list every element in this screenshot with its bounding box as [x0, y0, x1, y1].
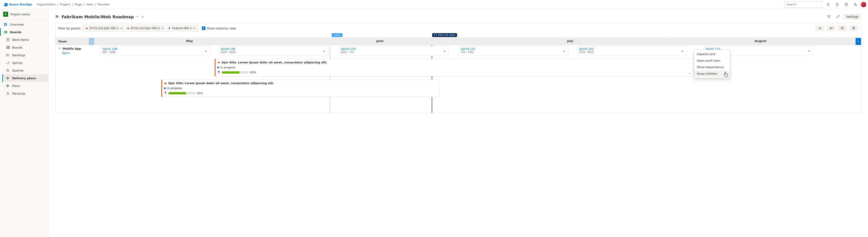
- sprint-header[interactable]: Sprint 1485/2 - 5/20＋: [100, 46, 210, 56]
- context-menu-item[interactable]: Expand card: [694, 51, 730, 57]
- breadcrumb-item[interactable]: Project: [60, 3, 70, 6]
- settings-button[interactable]: Settings: [843, 14, 861, 20]
- global-search[interactable]: [784, 1, 823, 8]
- context-menu-item[interactable]: Show dependency: [694, 64, 730, 70]
- sidebar-item-sprints[interactable]: Sprints: [2, 59, 48, 67]
- team-backlog-link[interactable]: Epics: [62, 51, 86, 55]
- fullscreen-icon[interactable]: [834, 13, 842, 20]
- month-header: July: [475, 38, 665, 45]
- fields-button[interactable]: [827, 25, 836, 31]
- context-menu-item[interactable]: Open work item: [694, 57, 730, 64]
- queries-icon: [6, 68, 10, 72]
- list-view-icon[interactable]: [825, 1, 832, 8]
- add-item-button[interactable]: ＋: [322, 48, 327, 54]
- svg-line-51: [854, 29, 855, 29]
- page-title: Fabrikam Mobile/Web Roadmap: [61, 14, 134, 19]
- epic-card[interactable]: Epic title: Lorem ipsum dolor sit amet, …: [161, 79, 439, 97]
- progress-bar: [222, 71, 249, 74]
- sidebar-item-plans[interactable]: Plans: [2, 82, 48, 90]
- svg-rect-36: [7, 87, 8, 87]
- sprint-name[interactable]: Sprint 152: [579, 47, 684, 50]
- zoom-in-button[interactable]: [849, 25, 858, 31]
- remove-tag-icon[interactable]: ✕: [193, 27, 195, 30]
- filter-label: Filter by parent: [58, 27, 81, 30]
- collapse-team-icon[interactable]: [58, 47, 61, 50]
- hierarchy-toggle[interactable]: Show hiearchy view: [202, 26, 236, 30]
- scroll-left-button[interactable]: [89, 38, 94, 45]
- boards-icon: [4, 30, 8, 34]
- sidebar-item-queries[interactable]: Queries: [2, 67, 48, 74]
- shopping-bag-icon[interactable]: [834, 1, 841, 8]
- add-item-button[interactable]: ＋: [562, 48, 567, 54]
- remove-tag-icon[interactable]: ✕: [120, 27, 123, 30]
- brand-logo[interactable]: Azure DevOps: [2, 2, 34, 6]
- progress-bar: [168, 92, 195, 94]
- scroll-right-button[interactable]: [856, 38, 861, 45]
- sidebar-item-boards[interactable]: Boards: [0, 28, 48, 36]
- add-item-button[interactable]: ＋: [204, 48, 209, 54]
- svg-point-7: [855, 3, 856, 4]
- milestone-marker: FY 2023 Q1 Start: [432, 33, 457, 37]
- svg-rect-38: [56, 15, 58, 16]
- svg-rect-40: [56, 17, 57, 18]
- filter-tag[interactable]: [FY22 Q1] Epic title 2✕: [125, 26, 166, 30]
- breadcrumb-item[interactable]: Organization: [37, 3, 56, 6]
- search-input[interactable]: [786, 2, 825, 6]
- months-row: MayJuneJulyAugust: [94, 38, 856, 45]
- zoom-out-button[interactable]: [838, 25, 847, 31]
- azure-devops-icon: [4, 2, 8, 6]
- add-item-button[interactable]: ＋: [442, 48, 447, 54]
- sidebar-item-overview[interactable]: Overview: [0, 21, 48, 28]
- team-name: Mobile App: [63, 47, 81, 50]
- sidebar-item-personas[interactable]: Personas: [2, 90, 48, 97]
- user-avatar[interactable]: [861, 2, 866, 7]
- sprint-header[interactable]: Sprint 1495/23 - 6/10＋: [219, 46, 328, 56]
- epic-card[interactable]: Epic title: Lorem ipsum dolor sit amet, …: [215, 59, 693, 76]
- filter-tag[interactable]: Feature title 3✕: [166, 26, 197, 30]
- sprint-dates: 6/13 - 7/1: [341, 50, 447, 54]
- sidebar-item-backlogs[interactable]: Backlogs: [2, 51, 48, 59]
- main-content: Fabrikam Mobile/Web Roadmap ☆ Settings F…: [49, 9, 868, 237]
- remove-tag-icon[interactable]: ✕: [161, 27, 164, 30]
- page-header: Fabrikam Mobile/Web Roadmap ☆ Settings: [49, 9, 868, 23]
- sidebar-item-delivery-plans[interactable]: Delivery plans: [2, 74, 48, 82]
- progress-percent: 65%: [197, 92, 203, 95]
- sprint-name[interactable]: Sprint 149: [221, 47, 326, 50]
- add-item-button[interactable]: ＋: [807, 48, 811, 54]
- sprint-name[interactable]: Sprint 151: [461, 47, 566, 50]
- add-item-button[interactable]: ＋: [680, 48, 685, 54]
- sprint-dates: 7/25 - 8/12: [579, 50, 684, 54]
- favorite-toggle[interactable]: ☆: [141, 15, 144, 19]
- sprint-header[interactable]: Sprint 1506/13 - 7/1＋: [339, 46, 449, 56]
- svg-rect-12: [4, 25, 5, 26]
- timeline-header: Team MayJuneJulyAugust: [55, 38, 861, 45]
- sprint-header[interactable]: Sprint 1517/4 - 7/22＋: [459, 46, 568, 56]
- filter-icon[interactable]: [825, 13, 833, 20]
- parent-filter-input[interactable]: [FY22 Q1] Epic title 1✕[FY22 Q1] Epic ti…: [83, 25, 198, 31]
- title-dropdown[interactable]: [136, 15, 139, 19]
- filter-tag[interactable]: [FY22 Q1] Epic title 1✕: [84, 26, 124, 30]
- svg-rect-32: [7, 78, 9, 78]
- sidebar-item-label: Boards: [10, 31, 22, 34]
- user-settings-icon[interactable]: [852, 1, 859, 8]
- breadcrumb-item[interactable]: Number: [98, 3, 110, 6]
- svg-line-30: [8, 71, 9, 71]
- month-header: June: [285, 38, 475, 45]
- card-more-button[interactable]: ⋯: [688, 72, 692, 75]
- sidebar-item-boards-sub[interactable]: Boards: [2, 43, 48, 51]
- sprint-header[interactable]: Sprint 1527/25 - 8/12＋: [577, 46, 686, 56]
- sprint-name[interactable]: Sprint 150: [341, 47, 447, 50]
- help-icon[interactable]: [843, 1, 850, 8]
- crown-icon: [164, 81, 167, 85]
- breadcrumb-item[interactable]: Page: [75, 3, 82, 6]
- breadcrumb-item[interactable]: Item: [87, 3, 93, 6]
- dependencies-button[interactable]: [815, 25, 825, 31]
- sprint-name[interactable]: Sprint 148: [102, 47, 208, 50]
- sidebar-item-work-items[interactable]: Work items: [2, 36, 48, 43]
- project-switcher[interactable]: C Project name: [0, 9, 48, 20]
- plan-body: Mobile App Epics Sprint 1485/2 - 5/20＋Sp…: [55, 45, 861, 113]
- today-marker: today: [332, 33, 342, 37]
- sprints-icon: [6, 61, 10, 65]
- timeline-lanes[interactable]: Sprint 1485/2 - 5/20＋Sprint 1495/23 - 6/…: [89, 45, 861, 113]
- svg-rect-19: [6, 46, 7, 49]
